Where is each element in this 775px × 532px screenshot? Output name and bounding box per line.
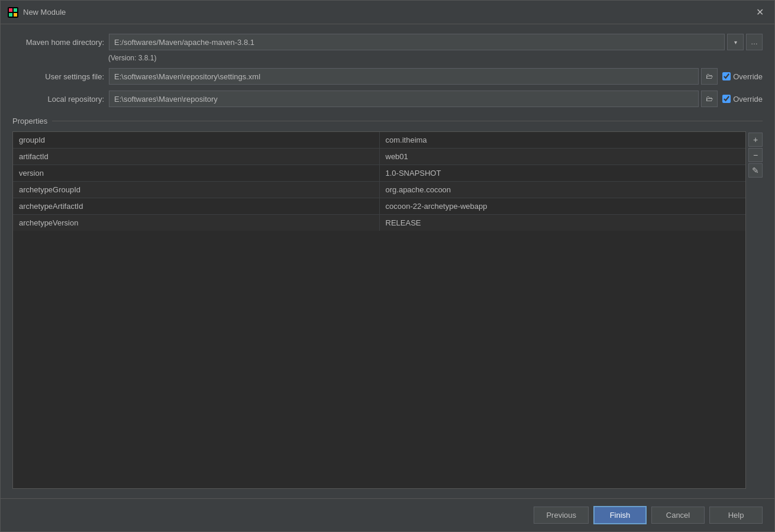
dialog-body: Maven home directory: ▾ … (Version: 3.8.… bbox=[1, 24, 774, 498]
help-button[interactable]: Help bbox=[709, 507, 763, 524]
table-row[interactable]: groupIdcom.itheima bbox=[13, 132, 745, 149]
add-property-button[interactable]: + bbox=[748, 133, 763, 147]
title-bar: New Module ✕ bbox=[1, 1, 774, 24]
table-actions: + − ✎ bbox=[748, 131, 763, 489]
properties-section: groupIdcom.itheimaartifactIdweb01version… bbox=[12, 131, 763, 489]
local-repo-input-container: 🗁 bbox=[109, 91, 718, 107]
properties-section-header: Properties bbox=[12, 117, 763, 125]
user-settings-input[interactable] bbox=[109, 68, 699, 85]
properties-table: groupIdcom.itheimaartifactIdweb01version… bbox=[13, 132, 745, 231]
property-key: version bbox=[13, 165, 379, 182]
maven-home-row: Maven home directory: ▾ … bbox=[12, 34, 763, 50]
user-settings-override-label: Override bbox=[733, 72, 763, 81]
svg-rect-3 bbox=[9, 13, 12, 17]
property-key: groupId bbox=[13, 132, 379, 149]
maven-home-label: Maven home directory: bbox=[12, 38, 104, 47]
property-value: RELEASE bbox=[379, 215, 745, 231]
property-key: archetypeVersion bbox=[13, 215, 379, 231]
table-row[interactable]: archetypeGroupIdorg.apache.cocoon bbox=[13, 182, 745, 198]
remove-property-button[interactable]: − bbox=[748, 148, 763, 162]
user-settings-override-checkbox[interactable] bbox=[722, 72, 731, 80]
user-settings-label: User settings file: bbox=[12, 72, 104, 81]
table-row[interactable]: archetypeVersionRELEASE bbox=[13, 215, 745, 231]
table-row[interactable]: artifactIdweb01 bbox=[13, 149, 745, 165]
local-repo-override-container: Override bbox=[722, 95, 763, 104]
user-settings-row: User settings file: 🗁 Override bbox=[12, 68, 763, 85]
finish-button[interactable]: Finish bbox=[593, 506, 647, 524]
user-settings-input-container: 🗁 bbox=[109, 68, 718, 85]
maven-version-text: (Version: 3.8.1) bbox=[12, 54, 763, 62]
property-value: org.apache.cocoon bbox=[379, 182, 745, 198]
svg-rect-4 bbox=[14, 13, 17, 17]
property-key: archetypeArtifactId bbox=[13, 198, 379, 215]
local-repo-override-label: Override bbox=[733, 95, 763, 104]
properties-label: Properties bbox=[12, 117, 47, 125]
previous-button[interactable]: Previous bbox=[534, 507, 589, 524]
new-module-dialog: New Module ✕ Maven home directory: ▾ … (… bbox=[0, 0, 775, 532]
property-value: cocoon-22-archetype-webapp bbox=[379, 198, 745, 215]
app-icon bbox=[8, 7, 18, 18]
local-repo-override-checkbox[interactable] bbox=[722, 95, 731, 103]
maven-home-browse-button[interactable]: … bbox=[746, 34, 763, 50]
user-settings-override-container: Override bbox=[722, 72, 763, 81]
dialog-title: New Module bbox=[23, 8, 748, 17]
svg-rect-2 bbox=[14, 8, 17, 12]
maven-home-dropdown-button[interactable]: ▾ bbox=[727, 34, 744, 50]
user-settings-browse-button[interactable]: 🗁 bbox=[701, 68, 718, 85]
property-value: 1.0-SNAPSHOT bbox=[379, 165, 745, 182]
property-value: web01 bbox=[379, 149, 745, 165]
properties-table-container: groupIdcom.itheimaartifactIdweb01version… bbox=[12, 131, 746, 489]
svg-rect-1 bbox=[9, 8, 12, 12]
local-repo-label: Local repository: bbox=[12, 95, 104, 104]
local-repo-browse-button[interactable]: 🗁 bbox=[701, 91, 718, 107]
dialog-footer: Previous Finish Cancel Help bbox=[1, 498, 774, 531]
cancel-button[interactable]: Cancel bbox=[651, 507, 705, 524]
section-divider bbox=[52, 121, 763, 121]
maven-home-input[interactable] bbox=[109, 34, 725, 50]
local-repo-input[interactable] bbox=[109, 91, 699, 107]
maven-home-input-container: ▾ … bbox=[109, 34, 763, 50]
property-key: archetypeGroupId bbox=[13, 182, 379, 198]
property-key: artifactId bbox=[13, 149, 379, 165]
close-button[interactable]: ✕ bbox=[753, 5, 767, 19]
table-row[interactable]: version1.0-SNAPSHOT bbox=[13, 165, 745, 182]
property-value: com.itheima bbox=[379, 132, 745, 149]
table-row[interactable]: archetypeArtifactIdcocoon-22-archetype-w… bbox=[13, 198, 745, 215]
edit-property-button[interactable]: ✎ bbox=[748, 163, 763, 178]
local-repo-row: Local repository: 🗁 Override bbox=[12, 91, 763, 107]
